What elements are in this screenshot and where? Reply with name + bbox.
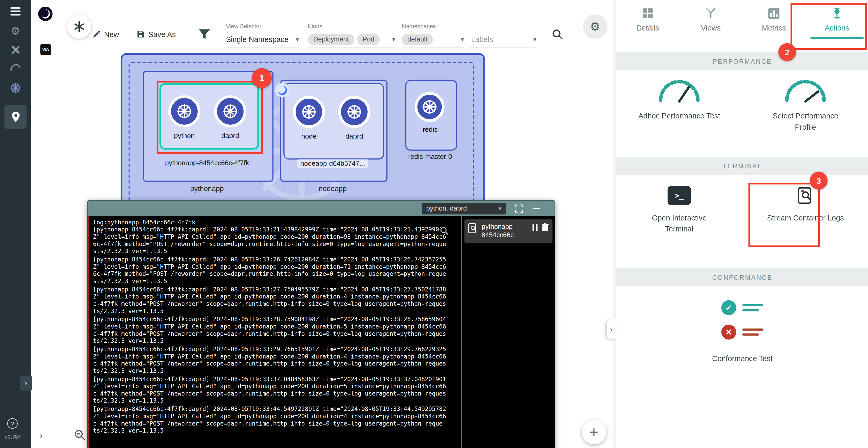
log-header-line: log:pythonapp-8454cc66c-4f7fk — [93, 219, 457, 226]
log-entry: [pythonapp-8454cc66c-4f7fk:daprd] 2024-0… — [93, 226, 457, 255]
pod-name-label: pythonapp-8454cc66c-4f7fk — [144, 159, 270, 167]
annotation-box-1 — [157, 81, 263, 154]
tab-label: Details — [636, 24, 659, 32]
session-row[interactable]: pythonapp-8454cc66c — [464, 219, 553, 243]
branch-icon — [705, 6, 717, 20]
chevron-down-icon: ▾ — [533, 36, 536, 43]
search-icon — [440, 226, 449, 235]
kubernetes-wheel-icon — [421, 98, 439, 116]
section-header-terminal: TERMINAL — [616, 157, 868, 175]
pencil-icon — [92, 30, 101, 39]
select-performance-profile-card[interactable]: Select Performance Profile — [742, 77, 868, 133]
log-entry: [pythonapp-8454cc66c-4f7fk:daprd] 2024-0… — [93, 316, 457, 345]
annotation-box-3 — [748, 183, 820, 247]
labels-dropdown[interactable]: ▾ — [470, 31, 536, 48]
location-pin-icon — [10, 111, 21, 123]
left-sidebar: ⚙ › ? v0.787 — [0, 0, 31, 448]
log-entry: [pythonapp-8454cc66c-4f7fk:daprd] 2024-0… — [93, 256, 457, 285]
annotation-step-2: 2 — [778, 43, 796, 61]
kind-chip-pod[interactable]: Pod — [357, 33, 380, 45]
dock-expand-chevron[interactable]: › — [40, 431, 42, 440]
tab-label: Views — [701, 24, 721, 32]
kinds-label: Kinds — [308, 23, 322, 29]
container-label: redis — [405, 126, 455, 133]
terminal-icon: >_ — [668, 186, 691, 205]
card-label: Conformance Test — [700, 354, 784, 365]
terminal-container-selector[interactable]: python, daprd ▾ — [422, 203, 506, 214]
tools-icon[interactable] — [0, 44, 31, 55]
sidebar-item-location-active[interactable] — [4, 104, 27, 129]
sidebar-expand-button[interactable]: › — [20, 376, 32, 390]
canvas-menu-button[interactable] — [67, 14, 91, 39]
kubernetes-wheel-icon[interactable] — [0, 82, 31, 94]
section-header-conformance: CONFORMANCE — [616, 268, 868, 287]
annotation-box-2 — [790, 3, 867, 50]
add-node-button[interactable]: + — [582, 420, 606, 444]
log-search-button[interactable] — [440, 226, 449, 237]
bar-chart-icon — [768, 6, 780, 20]
dapr-badge-icon — [275, 83, 289, 100]
pipeline-curve-icon[interactable] — [0, 62, 31, 72]
minimize-icon[interactable] — [533, 208, 540, 209]
plus-icon: + — [590, 423, 598, 441]
deployment-label: nodeapp — [280, 184, 385, 193]
container-daprd[interactable] — [338, 96, 370, 128]
performance-cards: Adhoc Performance Test Select Performanc… — [616, 77, 868, 133]
tab-details[interactable]: Details — [616, 0, 679, 52]
save-as-button[interactable]: Save As — [136, 30, 176, 39]
card-label: Open Interactive Terminal — [637, 213, 721, 235]
tab-views[interactable]: Views — [679, 0, 742, 52]
list-lines-icon — [742, 326, 764, 338]
canvas-zoom-button[interactable] — [73, 429, 86, 443]
asterisk-icon — [73, 21, 85, 32]
log-entry: [pythonapp-8454cc66c-4f7fk:daprd] 2024-0… — [93, 346, 457, 375]
container-redis[interactable] — [414, 92, 444, 122]
x-circle-icon: ✕ — [721, 325, 736, 339]
session-name-label: pythonapp-8454cc66c — [482, 222, 528, 239]
wasm-shape-icon[interactable]: WA — [40, 44, 51, 55]
open-interactive-terminal-card[interactable]: >_ Open Interactive Terminal — [616, 186, 742, 235]
fullscreen-icon[interactable] — [515, 204, 523, 212]
kinds-multiselect[interactable]: Deployment Pod ▾ — [308, 31, 395, 48]
kubernetes-wheel-icon — [300, 103, 318, 121]
card-label: Select Performance Profile — [764, 111, 848, 133]
tab-label: Metrics — [762, 24, 786, 32]
labels-input[interactable] — [470, 35, 523, 44]
magnifier-icon — [73, 429, 86, 441]
view-selector-dropdown[interactable]: Single Namespace ▾ — [226, 31, 299, 48]
container-node[interactable] — [293, 96, 325, 128]
speedometer-icon — [782, 77, 829, 103]
log-pane: log:pythonapp-8454cc66c-4f7fk [pythonapp… — [87, 216, 462, 448]
conformance-card[interactable]: ✓ ✕ Conformance Test — [616, 300, 868, 365]
panel-collapse-button[interactable]: › — [607, 319, 616, 339]
kind-chip-deployment[interactable]: Deployment — [308, 33, 354, 45]
pod-name-label: nodeapp-d64b5747... — [286, 159, 380, 167]
log-output: [pythonapp-8454cc66c-4f7fk:daprd] 2024-0… — [93, 226, 457, 434]
app-logo-icon[interactable] — [0, 5, 31, 17]
log-entry: [pythonapp-8454cc66c-4f7fk:daprd] 2024-0… — [93, 406, 457, 434]
trash-icon[interactable] — [541, 222, 549, 232]
settings-button[interactable]: ⚙ — [583, 14, 607, 39]
search-button[interactable] — [552, 28, 564, 42]
filter-button[interactable] — [198, 29, 210, 42]
list-lines-icon — [742, 301, 764, 314]
annotation-step-1: 1 — [252, 68, 272, 88]
settings-gears-icon[interactable]: ⚙ — [0, 24, 31, 37]
deployment-label: pythonapp — [143, 184, 272, 193]
annotation-step-3: 3 — [810, 172, 828, 189]
menu-icon — [10, 5, 20, 17]
gear-icon: ⚙ — [590, 20, 600, 33]
help-button[interactable]: ? — [7, 418, 18, 429]
chevron-down-icon: ▾ — [296, 36, 299, 43]
dapr-logo-icon[interactable] — [38, 6, 53, 23]
new-button[interactable]: New — [92, 30, 119, 39]
namespace-chip-default[interactable]: default — [402, 33, 433, 45]
adhoc-performance-test-card[interactable]: Adhoc Performance Test — [616, 77, 742, 133]
card-label: Adhoc Performance Test — [637, 111, 721, 122]
pause-icon[interactable] — [532, 224, 538, 231]
view-selector-label: View Selector — [226, 23, 261, 29]
right-panel: Details Views Metrics Actions — [616, 0, 868, 448]
container-label: node — [288, 132, 329, 140]
namespaces-multiselect[interactable]: default ▾ — [402, 31, 464, 48]
terminal-titlebar[interactable]: python, daprd ▾ — [87, 201, 555, 216]
